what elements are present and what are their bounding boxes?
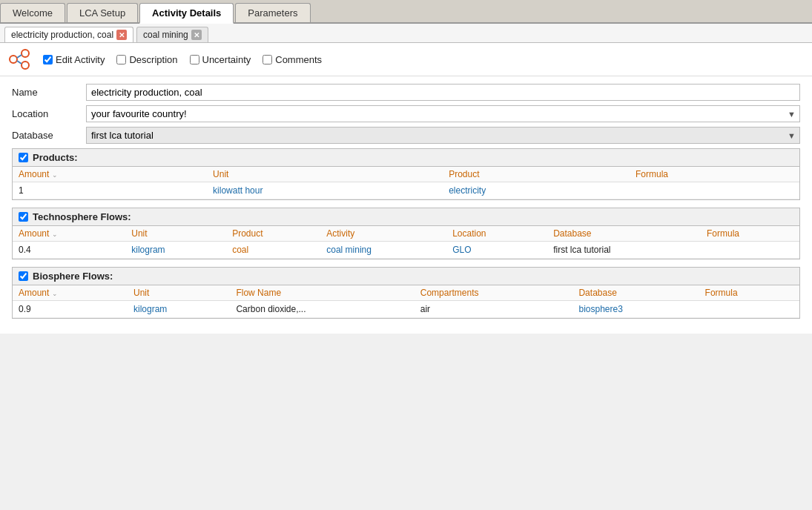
activity-icon xyxy=(7,47,31,71)
tech-col-formula: Formula xyxy=(701,226,799,242)
products-col-unit: Unit xyxy=(207,167,443,182)
technosphere-row-0: 0.4 kilogram coal coal mining GLO first … xyxy=(13,242,799,259)
tech-col-location: Location xyxy=(446,226,547,242)
products-col-formula: Formula xyxy=(630,167,799,182)
biosphere-header-row: Amount ⌄ Unit Flow Name Compartments Dat… xyxy=(13,285,799,301)
products-product-0[interactable]: electricity xyxy=(443,182,630,199)
technosphere-section-header: Technosphere Flows: xyxy=(13,208,799,226)
svg-line-3 xyxy=(17,55,22,58)
technosphere-title: Technosphere Flows: xyxy=(33,211,131,222)
tech-formula-0 xyxy=(701,242,799,259)
sub-tab-coal-mining-label: coal mining xyxy=(143,30,188,40)
products-row-0: 1 kilowatt hour electricity xyxy=(13,182,799,199)
sub-tab-electricity[interactable]: electricity production, coal ✕ xyxy=(4,27,133,42)
products-section-header: Products: xyxy=(13,149,799,167)
products-title: Products: xyxy=(33,152,78,163)
bio-col-flow-name: Flow Name xyxy=(230,285,414,301)
name-input[interactable] xyxy=(86,84,800,101)
tab-welcome[interactable]: Welcome xyxy=(0,3,65,22)
edit-activity-label: Edit Activity xyxy=(56,54,105,65)
location-select-wrapper: your favourite country! ▼ xyxy=(86,105,800,122)
database-select[interactable]: first lca tutorial xyxy=(86,127,800,144)
technosphere-table: Amount ⌄ Unit Product Activity Location … xyxy=(13,226,799,259)
products-checkbox[interactable] xyxy=(19,153,28,162)
sub-tab-electricity-label: electricity production, coal xyxy=(11,30,113,40)
bio-col-unit: Unit xyxy=(128,285,230,301)
products-table: Amount ⌄ Unit Product Formula 1 kilowatt… xyxy=(13,167,799,199)
tech-database-0: first lca tutorial xyxy=(547,242,701,259)
uncertainty-checkbox[interactable] xyxy=(190,55,199,64)
name-label: Name xyxy=(12,87,86,98)
bio-formula-0 xyxy=(699,301,799,318)
bio-database-0[interactable]: biosphere3 xyxy=(572,301,699,318)
tech-col-activity: Activity xyxy=(320,226,446,242)
biosphere-row-0: 0.9 kilogram Carbon dioxide,... air bios… xyxy=(13,301,799,318)
svg-point-0 xyxy=(10,56,17,63)
tech-amount-sort-icon: ⌄ xyxy=(52,231,58,238)
technosphere-checkbox[interactable] xyxy=(19,212,28,222)
products-unit-0[interactable]: kilowatt hour xyxy=(207,182,443,199)
biosphere-section: Biosphere Flows: Amount ⌄ Unit Flow Name… xyxy=(12,267,800,319)
bio-col-formula: Formula xyxy=(699,285,799,301)
products-amount-sort-icon: ⌄ xyxy=(52,171,58,179)
main-content: Name Location your favourite country! ▼ … xyxy=(0,76,812,334)
tech-col-unit: Unit xyxy=(125,226,226,242)
comments-checkbox[interactable] xyxy=(263,55,272,64)
tech-amount-0: 0.4 xyxy=(13,242,125,259)
biosphere-table: Amount ⌄ Unit Flow Name Compartments Dat… xyxy=(13,285,799,318)
toolbar: Edit Activity Description Uncertainty Co… xyxy=(0,43,812,76)
bio-amount-sort-icon: ⌄ xyxy=(52,290,58,297)
description-checkbox-label[interactable]: Description xyxy=(116,54,177,65)
edit-activity-checkbox[interactable] xyxy=(43,55,53,64)
comments-label: Comments xyxy=(275,54,322,65)
bio-amount-0: 0.9 xyxy=(13,301,128,318)
tech-col-database: Database xyxy=(547,226,701,242)
sub-tab-electricity-close[interactable]: ✕ xyxy=(116,30,127,40)
biosphere-title: Biosphere Flows: xyxy=(33,271,113,282)
uncertainty-checkbox-label[interactable]: Uncertainty xyxy=(190,54,251,65)
database-select-wrapper: first lca tutorial ▼ xyxy=(86,127,800,144)
comments-checkbox-label[interactable]: Comments xyxy=(263,54,322,65)
biosphere-checkbox[interactable] xyxy=(19,271,28,281)
tech-col-amount: Amount ⌄ xyxy=(13,226,125,242)
tech-col-product: Product xyxy=(226,226,320,242)
name-row: Name xyxy=(12,84,800,101)
biosphere-section-header: Biosphere Flows: xyxy=(13,268,799,285)
sub-tab-bar: electricity production, coal ✕ coal mini… xyxy=(0,24,812,43)
bio-col-amount: Amount ⌄ xyxy=(13,285,128,301)
products-header-row: Amount ⌄ Unit Product Formula xyxy=(13,167,799,182)
products-formula-0 xyxy=(630,182,799,199)
main-tab-bar: Welcome LCA Setup Activity Details Param… xyxy=(0,0,812,24)
bio-flow-name-0: Carbon dioxide,... xyxy=(230,301,414,318)
description-label: Description xyxy=(129,54,177,65)
database-row: Database first lca tutorial ▼ xyxy=(12,127,800,144)
tech-location-0[interactable]: GLO xyxy=(446,242,547,259)
products-amount-0: 1 xyxy=(13,182,207,199)
location-label: Location xyxy=(12,108,86,119)
bio-col-compartments: Compartments xyxy=(415,285,573,301)
products-col-amount: Amount ⌄ xyxy=(13,167,207,182)
database-label: Database xyxy=(12,130,86,141)
tab-lca-setup[interactable]: LCA Setup xyxy=(67,3,138,22)
edit-activity-checkbox-label[interactable]: Edit Activity xyxy=(43,54,105,65)
products-section: Products: Amount ⌄ Unit Product Formula xyxy=(12,148,800,200)
tech-product-0[interactable]: coal xyxy=(226,242,320,259)
svg-point-2 xyxy=(22,62,29,69)
tab-parameters[interactable]: Parameters xyxy=(235,3,310,22)
location-select[interactable]: your favourite country! xyxy=(86,105,800,122)
sub-tab-coal-mining-close[interactable]: ✕ xyxy=(191,30,202,40)
bio-unit-0[interactable]: kilogram xyxy=(128,301,230,318)
tech-activity-0[interactable]: coal mining xyxy=(320,242,446,259)
technosphere-section: Technosphere Flows: Amount ⌄ Unit Produc… xyxy=(12,208,800,259)
svg-line-4 xyxy=(17,61,22,64)
sub-tab-coal-mining[interactable]: coal mining ✕ xyxy=(136,27,208,42)
description-checkbox[interactable] xyxy=(116,55,126,64)
tech-unit-0[interactable]: kilogram xyxy=(125,242,226,259)
svg-point-1 xyxy=(22,50,29,57)
location-row: Location your favourite country! ▼ xyxy=(12,105,800,122)
uncertainty-label: Uncertainty xyxy=(202,54,251,65)
products-col-product: Product xyxy=(443,167,630,182)
bio-compartments-0: air xyxy=(415,301,573,318)
tab-activity-details[interactable]: Activity Details xyxy=(139,3,234,24)
technosphere-header-row: Amount ⌄ Unit Product Activity Location … xyxy=(13,226,799,242)
